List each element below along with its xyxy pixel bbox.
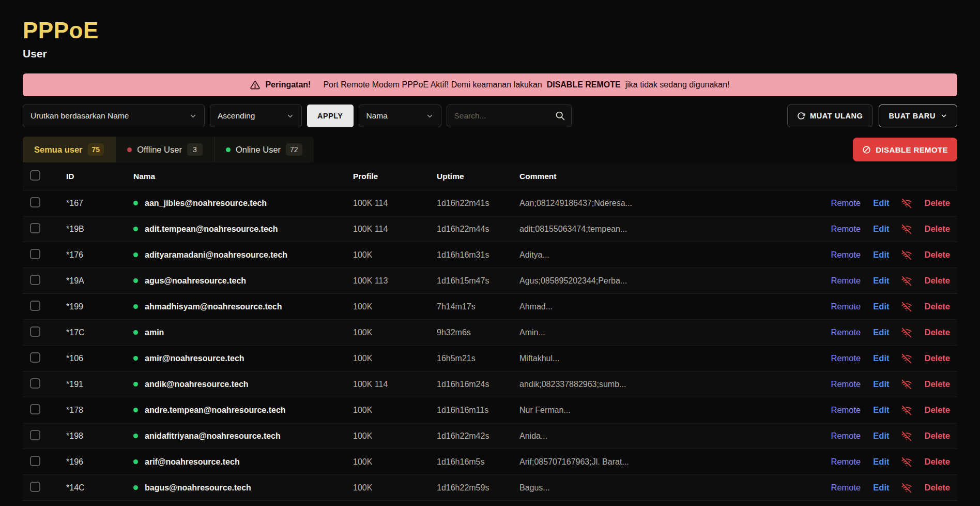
row-checkbox[interactable] bbox=[30, 482, 40, 492]
edit-link[interactable]: Edit bbox=[873, 457, 889, 467]
row-checkbox[interactable] bbox=[30, 326, 40, 337]
user-profile: 100K bbox=[353, 431, 437, 441]
edit-link[interactable]: Edit bbox=[873, 328, 889, 337]
wifi-off-icon[interactable] bbox=[901, 353, 912, 364]
row-checkbox[interactable] bbox=[30, 430, 40, 440]
tab-offline-user[interactable]: Offline User 3 bbox=[116, 137, 215, 162]
user-name: amin bbox=[145, 328, 164, 337]
tab-semua-user[interactable]: Semua user 75 bbox=[23, 137, 116, 162]
edit-link[interactable]: Edit bbox=[873, 302, 889, 311]
search-icon[interactable] bbox=[555, 110, 565, 123]
row-checkbox[interactable] bbox=[30, 223, 40, 233]
table-row: *17C amin 100K 9h32m6s Amin... Remote Ed… bbox=[23, 320, 957, 346]
wifi-off-icon[interactable] bbox=[901, 483, 912, 493]
remote-link[interactable]: Remote bbox=[831, 431, 861, 441]
wifi-off-icon[interactable] bbox=[901, 198, 912, 209]
header-profile: Profile bbox=[353, 172, 437, 181]
search-input[interactable] bbox=[447, 105, 572, 127]
remote-link[interactable]: Remote bbox=[831, 457, 861, 467]
row-checkbox[interactable] bbox=[30, 275, 40, 285]
delete-link[interactable]: Delete bbox=[924, 198, 950, 208]
delete-link[interactable]: Delete bbox=[924, 431, 950, 441]
online-status-icon bbox=[133, 227, 138, 231]
delete-link[interactable]: Delete bbox=[924, 379, 950, 389]
delete-link[interactable]: Delete bbox=[924, 302, 950, 311]
user-uptime: 1d16h16m5s bbox=[437, 457, 519, 467]
edit-link[interactable]: Edit bbox=[873, 224, 889, 234]
search-field-dropdown[interactable]: Nama bbox=[359, 105, 441, 127]
delete-link[interactable]: Delete bbox=[924, 457, 950, 467]
reload-icon bbox=[797, 112, 805, 120]
wifi-off-icon[interactable] bbox=[901, 250, 912, 260]
wifi-off-icon[interactable] bbox=[901, 302, 912, 312]
edit-link[interactable]: Edit bbox=[873, 276, 889, 286]
remote-link[interactable]: Remote bbox=[831, 250, 861, 260]
remote-link[interactable]: Remote bbox=[831, 276, 861, 286]
row-checkbox[interactable] bbox=[30, 404, 40, 414]
row-checkbox[interactable] bbox=[30, 456, 40, 466]
delete-link[interactable]: Delete bbox=[924, 276, 950, 286]
disable-remote-button[interactable]: DISABLE REMOTE bbox=[853, 138, 957, 161]
offline-dot-icon bbox=[127, 147, 132, 152]
remote-link[interactable]: Remote bbox=[831, 379, 861, 389]
delete-link[interactable]: Delete bbox=[924, 224, 950, 234]
user-id: *176 bbox=[66, 250, 133, 260]
header-uptime: Uptime bbox=[437, 172, 519, 181]
wifi-off-icon[interactable] bbox=[901, 224, 912, 234]
sort-order-dropdown[interactable]: Ascending bbox=[210, 105, 302, 127]
chevron-down-icon bbox=[426, 112, 434, 120]
remote-link[interactable]: Remote bbox=[831, 302, 861, 311]
user-comment: Anida... bbox=[519, 431, 787, 441]
wifi-off-icon[interactable] bbox=[901, 405, 912, 415]
edit-link[interactable]: Edit bbox=[873, 379, 889, 389]
remote-link[interactable]: Remote bbox=[831, 405, 861, 415]
user-name-cell: aan_jibles@noahresource.tech bbox=[133, 199, 353, 208]
banner-label: Peringatan! bbox=[265, 80, 311, 90]
wifi-off-icon[interactable] bbox=[901, 328, 912, 338]
wifi-off-icon[interactable] bbox=[901, 457, 912, 467]
remote-link[interactable]: Remote bbox=[831, 353, 861, 363]
apply-button[interactable]: APPLY bbox=[307, 105, 354, 127]
remote-link[interactable]: Remote bbox=[831, 198, 861, 208]
online-status-icon bbox=[133, 252, 138, 257]
tab-online-user[interactable]: Online User 72 bbox=[215, 137, 314, 162]
edit-link[interactable]: Edit bbox=[873, 483, 889, 493]
delete-link[interactable]: Delete bbox=[924, 328, 950, 337]
row-checkbox[interactable] bbox=[30, 249, 40, 259]
delete-link[interactable]: Delete bbox=[924, 353, 950, 363]
edit-link[interactable]: Edit bbox=[873, 353, 889, 363]
toolbar: Urutkan berdasarkan Name Ascending APPLY… bbox=[23, 105, 957, 127]
wifi-off-icon[interactable] bbox=[901, 379, 912, 390]
sort-by-dropdown[interactable]: Urutkan berdasarkan Name bbox=[23, 105, 205, 127]
create-new-button[interactable]: BUAT BARU bbox=[879, 105, 957, 127]
warning-icon bbox=[250, 80, 260, 90]
user-name: adit.tempean@noahresource.tech bbox=[145, 225, 278, 234]
chevron-down-icon bbox=[286, 112, 294, 120]
user-profile: 100K bbox=[353, 302, 437, 311]
edit-link[interactable]: Edit bbox=[873, 198, 889, 208]
user-profile: 100K 114 bbox=[353, 199, 437, 208]
delete-link[interactable]: Delete bbox=[924, 405, 950, 415]
wifi-off-icon[interactable] bbox=[901, 276, 912, 286]
edit-link[interactable]: Edit bbox=[873, 405, 889, 415]
delete-link[interactable]: Delete bbox=[924, 250, 950, 260]
header-nama: Nama bbox=[133, 172, 353, 181]
user-name: aan_jibles@noahresource.tech bbox=[145, 199, 267, 208]
delete-link[interactable]: Delete bbox=[924, 483, 950, 493]
tab-label: Online User bbox=[236, 145, 281, 155]
wifi-off-icon[interactable] bbox=[901, 431, 912, 441]
edit-link[interactable]: Edit bbox=[873, 431, 889, 441]
remote-link[interactable]: Remote bbox=[831, 328, 861, 337]
table-row: *191 andik@noahresource.tech 100K 114 1d… bbox=[23, 371, 957, 397]
remote-link[interactable]: Remote bbox=[831, 224, 861, 234]
row-checkbox[interactable] bbox=[30, 301, 40, 311]
reload-button[interactable]: MUAT ULANG bbox=[787, 105, 872, 127]
remote-link[interactable]: Remote bbox=[831, 483, 861, 493]
warning-banner: Peringatan! Port Remote Modem PPPoE Akti… bbox=[23, 73, 957, 96]
table-row: *106 amir@noahresource.tech 100K 16h5m21… bbox=[23, 346, 957, 371]
row-checkbox[interactable] bbox=[30, 197, 40, 207]
edit-link[interactable]: Edit bbox=[873, 250, 889, 260]
row-checkbox[interactable] bbox=[30, 378, 40, 389]
row-checkbox[interactable] bbox=[30, 352, 40, 363]
select-all-checkbox[interactable] bbox=[30, 170, 40, 181]
